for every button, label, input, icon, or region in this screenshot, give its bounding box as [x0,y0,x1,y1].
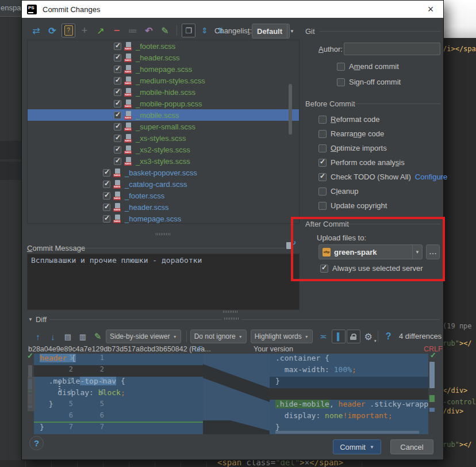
whitespace-policy-dropdown[interactable]: Do not ignore▼ [190,330,247,343]
diff-section-toggle[interactable]: ▼Diff [28,315,47,324]
collapse-unchanged-icon[interactable]: ≍ [317,330,331,343]
chevron-down-icon[interactable]: ▼ [287,24,297,38]
tree-file-row[interactable]: SASS _mobile-hide.scss [28,86,299,98]
option-checkbox[interactable] [318,159,327,167]
background-left-column [0,17,21,467]
tree-file-row[interactable]: SASS _homepage.scss [28,213,299,224]
cancel-button[interactable]: Cancel [390,439,433,454]
option-checkbox[interactable] [318,144,327,152]
line-number: 5 [60,400,73,411]
splitter-handle[interactable] [223,311,238,313]
option-checkbox[interactable] [318,173,327,181]
close-icon[interactable]: × [424,3,437,16]
synchronize-scrolling-icon[interactable]: ∥ [332,330,346,343]
edit-source-icon[interactable]: ✎ [158,24,172,37]
file-checkbox[interactable] [114,89,121,96]
tree-file-row[interactable]: SASS _header.scss [28,201,299,213]
show-unversioned-files-icon[interactable]: ? [62,24,75,37]
line-number: 6 [91,411,104,423]
open-in-editor-icon[interactable]: ▥ [76,330,90,343]
group-by-directory-icon[interactable]: ❐ [182,24,195,37]
file-checkbox[interactable] [114,135,121,142]
before-commit-option[interactable]: Check TODO (Show All) Configure [318,173,442,181]
file-checkbox[interactable] [114,158,121,165]
before-commit-option[interactable]: Rearrange code [318,129,442,138]
option-checkbox[interactable] [318,187,327,196]
option-checkbox[interactable] [318,202,327,210]
left-eol-badge[interactable]: LF [194,345,203,353]
configure-link[interactable]: Configure [415,173,447,181]
file-checkbox[interactable] [114,43,121,50]
file-checkbox[interactable] [103,181,110,188]
file-checkbox[interactable] [114,112,121,119]
edit-file-icon[interactable]: ✎ [91,330,105,343]
diff-left-pane[interactable]: header { .mobile-top-nav { display: bloc… [34,354,203,434]
file-checkbox[interactable] [114,123,121,131]
splitter-handle[interactable] [224,317,239,320]
signoff-commit-checkbox[interactable]: Sign-off commit [337,78,401,86]
before-commit-option[interactable]: Cleanup [318,187,442,196]
tree-file-row[interactable]: SASS _xs3-styles.scss [28,155,299,167]
previous-difference-icon[interactable]: ↑ [31,330,45,343]
option-checkbox[interactable] [318,130,327,138]
show-diff-icon[interactable]: ⇄ [29,24,43,37]
checkbox[interactable] [337,63,345,71]
option-checkbox[interactable] [318,116,327,124]
tree-file-row[interactable]: SASS _homepage.scss [28,63,299,75]
author-input[interactable] [344,43,440,55]
tree-file-row[interactable]: SASS _mobile-popup.scss [28,98,299,109]
diff-horizontal-scrollbar[interactable] [275,431,419,434]
before-commit-option[interactable]: Update copyright [318,201,442,210]
diff-help-icon[interactable]: ? [382,330,396,343]
highlight-mode-dropdown[interactable]: Highlight words▼ [251,330,313,343]
file-checkbox[interactable] [114,146,121,154]
changelist-combobox[interactable]: Default ▼ [252,24,290,39]
viewer-type-dropdown[interactable]: Side-by-side viewer▼ [106,330,181,343]
tree-file-row[interactable]: SASS _xs-styles.scss [28,132,299,144]
file-checkbox[interactable] [114,54,121,62]
tree-file-row[interactable]: SASS _footer.scss [28,40,299,52]
amend-commit-checkbox[interactable]: Amend commit [337,62,399,71]
file-checkbox[interactable] [103,204,110,211]
diff-settings-icon[interactable]: ⚙▾ [362,330,375,343]
tree-file-row[interactable]: SASS _mobile.scss [28,109,299,121]
help-icon[interactable]: ? [29,436,44,450]
file-checkbox[interactable] [114,77,121,85]
add-icon[interactable]: + [78,24,91,37]
tree-file-row[interactable]: SASS _footer.scss [28,190,299,201]
gutter-splitter-dots[interactable] [59,381,60,392]
move-to-changelist-icon[interactable]: ↗ [94,24,108,37]
rollback-icon[interactable]: ↶ [142,24,156,37]
line-number: 7 [60,423,73,434]
before-commit-option[interactable]: Optimize imports [318,144,442,152]
expand-all-icon[interactable]: ⇕ [198,24,212,37]
checkbox[interactable] [337,78,345,86]
file-checkbox[interactable] [114,100,121,108]
splitter-handle[interactable] [156,233,171,235]
diff-change-markers-right[interactable]: ✓ [428,354,436,434]
next-difference-icon[interactable]: ↓ [46,330,60,343]
tree-file-row[interactable]: SASS _xs2-styles.scss [28,144,299,155]
delete-icon[interactable]: − [110,24,124,37]
refresh-icon[interactable]: ⟳ [45,24,59,37]
changelist-actions-icon[interactable]: ≔ [126,24,140,37]
tree-file-row[interactable]: SASS _super-small.scss [28,121,299,132]
commit-button[interactable]: Commit▼ [333,439,381,454]
file-checkbox[interactable] [114,66,121,73]
tree-file-row[interactable]: SASS _header.scss [28,52,299,63]
file-checkbox[interactable] [103,192,110,200]
file-checkbox[interactable] [103,169,110,177]
disable-editing-icon[interactable] [347,330,360,343]
tree-file-row[interactable]: SASS _catalog-card.scss [28,178,299,190]
commit-message-input[interactable]: Всплывашки и прочие плюшки - доработки [27,254,300,310]
file-checkbox[interactable] [103,215,110,223]
tree-file-row[interactable]: SASS _medium-styles.scss [28,75,299,86]
diff-scrollbar-thumb[interactable] [429,362,435,388]
before-commit-option[interactable]: Reformat code [318,115,442,124]
diff-right-pane[interactable]: .container { max-width: 100%;}.hide-mobi… [270,354,428,434]
right-version-title: Your version [254,345,293,353]
before-commit-option[interactable]: Perform code analysis [318,158,442,167]
tree-file-row[interactable]: SASS _basket-popover.scss [28,167,299,178]
tree-scrollbar[interactable] [289,84,292,135]
jump-to-source-icon[interactable]: ▤ [61,330,75,343]
